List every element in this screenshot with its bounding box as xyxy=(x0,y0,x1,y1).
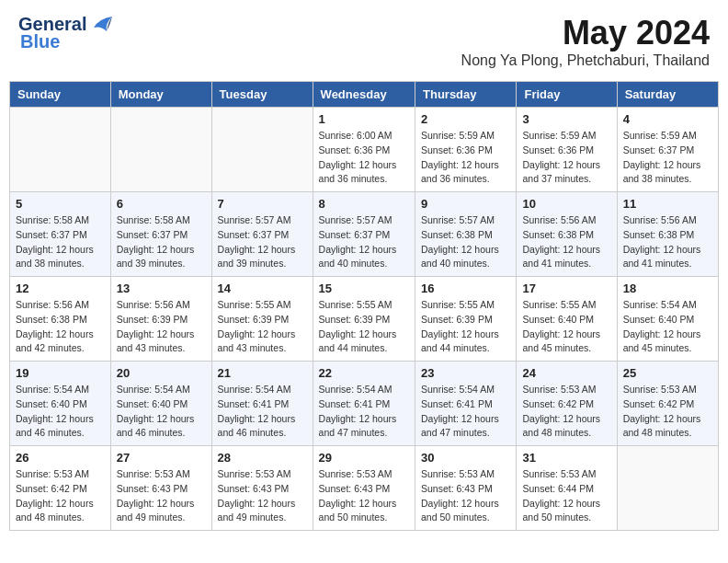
day-number: 10 xyxy=(522,197,610,211)
calendar-cell: 30Sunrise: 5:53 AMSunset: 6:43 PMDayligh… xyxy=(415,446,517,531)
calendar-cell: 5Sunrise: 5:58 AMSunset: 6:37 PMDaylight… xyxy=(10,192,111,277)
day-number: 11 xyxy=(623,197,712,211)
calendar-cell: 15Sunrise: 5:55 AMSunset: 6:39 PMDayligh… xyxy=(313,277,415,362)
day-info: Sunrise: 5:56 AMSunset: 6:38 PMDaylight:… xyxy=(522,213,610,271)
calendar-cell: 10Sunrise: 5:56 AMSunset: 6:38 PMDayligh… xyxy=(517,192,617,277)
calendar-header-row: SundayMondayTuesdayWednesdayThursdayFrid… xyxy=(10,82,719,108)
day-number: 15 xyxy=(319,282,409,295)
calendar-cell: 9Sunrise: 5:57 AMSunset: 6:38 PMDaylight… xyxy=(415,192,517,277)
calendar-cell: 7Sunrise: 5:57 AMSunset: 6:37 PMDaylight… xyxy=(211,192,313,277)
day-number: 29 xyxy=(319,451,409,465)
calendar-cell: 20Sunrise: 5:54 AMSunset: 6:40 PMDayligh… xyxy=(110,362,211,446)
day-number: 17 xyxy=(522,282,610,295)
day-info: Sunrise: 5:54 AMSunset: 6:41 PMDaylight:… xyxy=(218,383,307,441)
day-info: Sunrise: 5:54 AMSunset: 6:41 PMDaylight:… xyxy=(421,383,510,441)
calendar-cell: 24Sunrise: 5:53 AMSunset: 6:42 PMDayligh… xyxy=(517,362,617,446)
day-info: Sunrise: 5:56 AMSunset: 6:39 PMDaylight:… xyxy=(117,298,206,356)
day-info: Sunrise: 5:57 AMSunset: 6:38 PMDaylight:… xyxy=(421,213,510,271)
day-info: Sunrise: 5:57 AMSunset: 6:37 PMDaylight:… xyxy=(218,213,307,271)
calendar-week-row: 19Sunrise: 5:54 AMSunset: 6:40 PMDayligh… xyxy=(10,362,719,446)
day-info: Sunrise: 5:53 AMSunset: 6:43 PMDaylight:… xyxy=(421,467,510,525)
calendar-cell: 23Sunrise: 5:54 AMSunset: 6:41 PMDayligh… xyxy=(415,362,517,446)
calendar-cell: 29Sunrise: 5:53 AMSunset: 6:43 PMDayligh… xyxy=(313,446,415,531)
calendar-cell: 31Sunrise: 5:53 AMSunset: 6:44 PMDayligh… xyxy=(517,446,617,531)
calendar-cell: 28Sunrise: 5:53 AMSunset: 6:43 PMDayligh… xyxy=(211,446,313,531)
day-number: 31 xyxy=(522,451,610,465)
day-info: Sunrise: 5:53 AMSunset: 6:44 PMDaylight:… xyxy=(522,467,610,525)
day-number: 20 xyxy=(117,366,206,380)
day-info: Sunrise: 5:53 AMSunset: 6:43 PMDaylight:… xyxy=(319,467,409,525)
weekday-header-sunday: Sunday xyxy=(10,82,111,108)
calendar-week-row: 12Sunrise: 5:56 AMSunset: 6:38 PMDayligh… xyxy=(10,277,719,362)
day-info: Sunrise: 5:54 AMSunset: 6:40 PMDaylight:… xyxy=(623,298,712,356)
calendar-cell: 13Sunrise: 5:56 AMSunset: 6:39 PMDayligh… xyxy=(110,277,211,362)
day-number: 14 xyxy=(218,282,307,295)
day-info: Sunrise: 5:55 AMSunset: 6:39 PMDaylight:… xyxy=(218,298,307,356)
day-info: Sunrise: 6:00 AMSunset: 6:36 PMDaylight:… xyxy=(319,129,409,187)
weekday-header-thursday: Thursday xyxy=(415,82,517,108)
location-title: Nong Ya Plong, Phetchaburi, Thailand xyxy=(461,52,710,69)
day-info: Sunrise: 5:54 AMSunset: 6:40 PMDaylight:… xyxy=(117,383,206,441)
day-info: Sunrise: 5:56 AMSunset: 6:38 PMDaylight:… xyxy=(16,298,105,356)
calendar-cell: 8Sunrise: 5:57 AMSunset: 6:37 PMDaylight… xyxy=(313,192,415,277)
page-header: General Blue May 2024 Nong Ya Plong, Phe… xyxy=(9,9,719,74)
day-info: Sunrise: 5:58 AMSunset: 6:37 PMDaylight:… xyxy=(117,213,206,271)
calendar-cell: 27Sunrise: 5:53 AMSunset: 6:43 PMDayligh… xyxy=(110,446,211,531)
day-info: Sunrise: 5:53 AMSunset: 6:43 PMDaylight:… xyxy=(117,467,206,525)
logo-bird-icon xyxy=(86,15,116,35)
day-number: 3 xyxy=(522,112,610,126)
day-number: 2 xyxy=(421,112,510,126)
day-number: 28 xyxy=(218,451,307,465)
calendar-cell: 16Sunrise: 5:55 AMSunset: 6:39 PMDayligh… xyxy=(415,277,517,362)
day-info: Sunrise: 5:59 AMSunset: 6:37 PMDaylight:… xyxy=(623,129,712,187)
calendar-cell: 19Sunrise: 5:54 AMSunset: 6:40 PMDayligh… xyxy=(10,362,111,446)
calendar-cell: 12Sunrise: 5:56 AMSunset: 6:38 PMDayligh… xyxy=(10,277,111,362)
calendar-cell: 25Sunrise: 5:53 AMSunset: 6:42 PMDayligh… xyxy=(617,362,718,446)
calendar-week-row: 5Sunrise: 5:58 AMSunset: 6:37 PMDaylight… xyxy=(10,192,719,277)
day-info: Sunrise: 5:55 AMSunset: 6:40 PMDaylight:… xyxy=(522,298,610,356)
calendar-cell: 18Sunrise: 5:54 AMSunset: 6:40 PMDayligh… xyxy=(617,277,718,362)
calendar-cell: 26Sunrise: 5:53 AMSunset: 6:42 PMDayligh… xyxy=(10,446,111,531)
day-number: 8 xyxy=(319,197,409,211)
day-info: Sunrise: 5:53 AMSunset: 6:43 PMDaylight:… xyxy=(218,467,307,525)
weekday-header-saturday: Saturday xyxy=(617,82,718,108)
logo: General Blue xyxy=(18,14,116,52)
calendar-cell: 17Sunrise: 5:55 AMSunset: 6:40 PMDayligh… xyxy=(517,277,617,362)
day-number: 4 xyxy=(623,112,712,126)
day-info: Sunrise: 5:55 AMSunset: 6:39 PMDaylight:… xyxy=(319,298,409,356)
calendar-cell: 4Sunrise: 5:59 AMSunset: 6:37 PMDaylight… xyxy=(617,108,718,192)
day-number: 5 xyxy=(16,197,105,211)
calendar-cell: 6Sunrise: 5:58 AMSunset: 6:37 PMDaylight… xyxy=(110,192,211,277)
day-info: Sunrise: 5:59 AMSunset: 6:36 PMDaylight:… xyxy=(421,129,510,187)
day-number: 6 xyxy=(117,197,206,211)
title-section: May 2024 Nong Ya Plong, Phetchaburi, Tha… xyxy=(461,14,710,69)
day-info: Sunrise: 5:56 AMSunset: 6:38 PMDaylight:… xyxy=(623,213,712,271)
day-info: Sunrise: 5:59 AMSunset: 6:36 PMDaylight:… xyxy=(522,129,610,187)
day-info: Sunrise: 5:53 AMSunset: 6:42 PMDaylight:… xyxy=(623,383,712,441)
calendar-cell: 1Sunrise: 6:00 AMSunset: 6:36 PMDaylight… xyxy=(313,108,415,192)
weekday-header-wednesday: Wednesday xyxy=(313,82,415,108)
weekday-header-friday: Friday xyxy=(517,82,617,108)
day-number: 13 xyxy=(117,282,206,295)
day-info: Sunrise: 5:53 AMSunset: 6:42 PMDaylight:… xyxy=(522,383,610,441)
day-number: 9 xyxy=(421,197,510,211)
calendar-cell: 14Sunrise: 5:55 AMSunset: 6:39 PMDayligh… xyxy=(211,277,313,362)
calendar-cell xyxy=(617,446,718,531)
day-number: 19 xyxy=(16,366,105,380)
day-number: 22 xyxy=(319,366,409,380)
calendar-cell: 21Sunrise: 5:54 AMSunset: 6:41 PMDayligh… xyxy=(211,362,313,446)
day-info: Sunrise: 5:58 AMSunset: 6:37 PMDaylight:… xyxy=(16,213,105,271)
calendar-week-row: 26Sunrise: 5:53 AMSunset: 6:42 PMDayligh… xyxy=(10,446,719,531)
weekday-header-tuesday: Tuesday xyxy=(211,82,313,108)
weekday-header-monday: Monday xyxy=(110,82,211,108)
day-number: 27 xyxy=(117,451,206,465)
day-info: Sunrise: 5:55 AMSunset: 6:39 PMDaylight:… xyxy=(421,298,510,356)
day-number: 25 xyxy=(623,366,712,380)
day-number: 16 xyxy=(421,282,510,295)
calendar-cell: 2Sunrise: 5:59 AMSunset: 6:36 PMDaylight… xyxy=(415,108,517,192)
day-number: 1 xyxy=(319,112,409,126)
calendar-table: SundayMondayTuesdayWednesdayThursdayFrid… xyxy=(9,81,719,531)
day-number: 24 xyxy=(522,366,610,380)
day-info: Sunrise: 5:57 AMSunset: 6:37 PMDaylight:… xyxy=(319,213,409,271)
calendar-cell: 22Sunrise: 5:54 AMSunset: 6:41 PMDayligh… xyxy=(313,362,415,446)
